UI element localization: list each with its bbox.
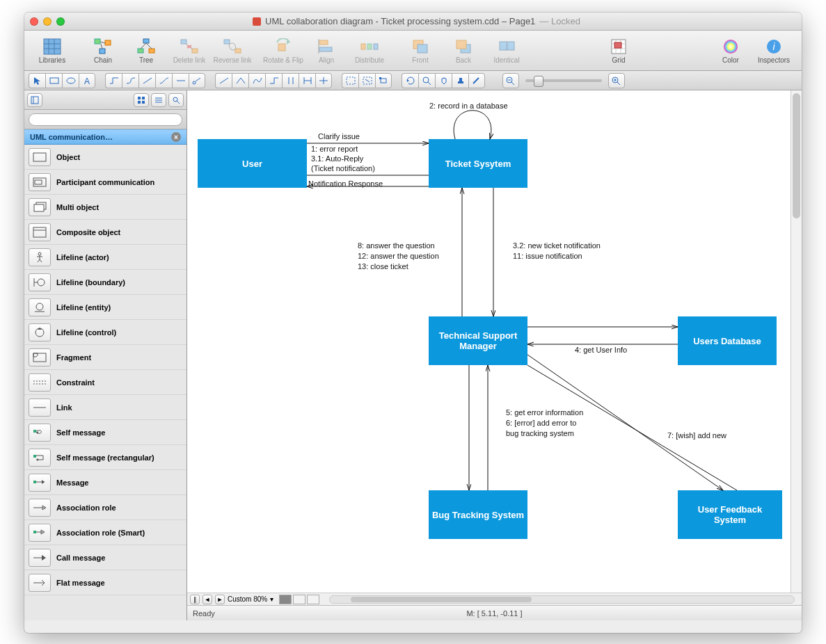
library-item[interactable]: Lifeline (actor) xyxy=(24,245,186,270)
svg-rect-15 xyxy=(181,40,186,44)
node-ticket[interactable]: Ticket Sysytem xyxy=(429,139,527,188)
page-next[interactable]: ► xyxy=(215,595,225,604)
library-item[interactable]: Lifeline (control) xyxy=(24,320,186,345)
close-icon[interactable] xyxy=(30,17,38,26)
conn-3[interactable] xyxy=(138,73,155,88)
conn-4[interactable] xyxy=(155,73,172,88)
node-usersdb[interactable]: Users Database xyxy=(678,316,777,365)
library-item[interactable]: Constraint xyxy=(24,370,186,395)
zoom-out-tool[interactable] xyxy=(502,73,519,88)
line-5[interactable] xyxy=(282,73,299,88)
library-item[interactable]: Message xyxy=(24,470,186,495)
tb-chain[interactable]: Chain xyxy=(82,37,124,64)
line-4[interactable] xyxy=(265,73,282,88)
edit-tool[interactable] xyxy=(468,73,485,88)
tb-libraries[interactable]: Libraries xyxy=(31,37,73,64)
library-item[interactable]: Flat message xyxy=(24,570,186,595)
line-1[interactable] xyxy=(215,73,232,88)
library-item[interactable]: Lifeline (entity) xyxy=(24,295,186,320)
library-item[interactable]: Call message xyxy=(24,545,186,570)
vertical-scrollbar[interactable] xyxy=(791,90,802,593)
node-bug[interactable]: Bug Tracking System xyxy=(429,490,527,539)
line-3[interactable] xyxy=(248,73,265,88)
library-item-label: Association role (Smart) xyxy=(56,529,145,537)
lbl-31: 3.1: Auto-Reply xyxy=(311,154,363,163)
node-ufs[interactable]: User Feedback System xyxy=(678,490,782,539)
library-title-row[interactable]: UML communication… × xyxy=(24,129,186,145)
sb-tab-search[interactable] xyxy=(168,93,184,107)
canvas[interactable]: User Ticket Sysytem Technical Support Ma… xyxy=(187,90,791,593)
ellipse-tool[interactable] xyxy=(62,73,79,88)
refresh-tool[interactable] xyxy=(402,73,418,88)
close-library-icon[interactable]: × xyxy=(171,132,181,142)
page-tab-2[interactable] xyxy=(293,595,305,604)
zoom-tool[interactable] xyxy=(418,73,435,88)
sb-tab-1[interactable] xyxy=(27,93,42,107)
library-item[interactable]: Participant communication xyxy=(24,170,186,195)
pan-tool[interactable] xyxy=(435,73,452,88)
sel-3[interactable] xyxy=(375,73,392,88)
library-item[interactable]: Link xyxy=(24,395,186,420)
library-item[interactable]: Self message (rectangular) xyxy=(24,445,186,470)
pointer-tool[interactable] xyxy=(29,73,45,88)
library-item[interactable]: Fragment xyxy=(24,345,186,370)
library-item[interactable]: Association role (Smart) xyxy=(24,520,186,545)
library-item[interactable]: Composite object xyxy=(24,220,186,245)
tb-back[interactable]: Back xyxy=(443,37,484,64)
conn-6[interactable] xyxy=(189,73,205,88)
svg-line-138 xyxy=(527,365,737,490)
tb-color[interactable]: Color xyxy=(710,37,752,64)
tb-front[interactable]: Front xyxy=(399,37,441,64)
sb-tab-grid[interactable] xyxy=(134,93,149,107)
svg-marker-117 xyxy=(42,480,45,484)
library-item[interactable]: Self message xyxy=(24,420,186,445)
zoom-in-tool[interactable] xyxy=(608,73,625,88)
line-7[interactable] xyxy=(315,73,332,88)
conn-5[interactable] xyxy=(172,73,189,88)
svg-rect-6 xyxy=(105,40,111,45)
search-input[interactable] xyxy=(29,113,182,126)
horizontal-scrollbar[interactable] xyxy=(329,595,795,604)
svg-rect-80 xyxy=(142,97,145,99)
line-2[interactable] xyxy=(232,73,248,88)
tb-distribute[interactable]: Distribute xyxy=(349,37,390,64)
tb-deletelink[interactable]: Delete link xyxy=(168,37,210,64)
tb-tree[interactable]: Tree xyxy=(125,37,167,64)
node-user[interactable]: User xyxy=(198,139,307,188)
library-item[interactable]: Association role xyxy=(24,495,186,520)
node-tsm[interactable]: Technical Support Manager xyxy=(429,316,527,365)
zoom-slider[interactable] xyxy=(525,79,602,82)
stamp-tool[interactable] xyxy=(452,73,468,88)
page-prev[interactable]: ◄ xyxy=(202,595,212,604)
text-tool[interactable]: A xyxy=(79,73,95,88)
minimize-icon[interactable] xyxy=(43,17,51,26)
svg-rect-88 xyxy=(33,153,46,161)
tb-identical[interactable]: Identical xyxy=(486,37,527,64)
sel-1[interactable] xyxy=(342,73,358,88)
zoom-icon[interactable] xyxy=(56,17,65,26)
tb-align[interactable]: Align xyxy=(305,37,347,64)
library-item[interactable]: Multi object xyxy=(24,195,186,220)
page-tab-3[interactable] xyxy=(307,595,319,604)
tb-reverselink[interactable]: Reverse link xyxy=(212,37,253,64)
zoom-dropdown-icon[interactable]: ▾ xyxy=(270,595,273,603)
line-6[interactable] xyxy=(299,73,315,88)
conn-2[interactable] xyxy=(122,73,138,88)
window-controls xyxy=(30,17,65,26)
page-pause[interactable]: ∥ xyxy=(190,595,200,604)
grid2-icon xyxy=(609,37,628,56)
tb-grid[interactable]: Grid xyxy=(598,37,640,64)
page-tab-1[interactable] xyxy=(279,595,292,604)
tb-inspectors[interactable]: iInspectors xyxy=(753,37,795,64)
library-item[interactable]: Lifeline (boundary) xyxy=(24,270,186,295)
tb-rotateflip[interactable]: Rotate & Flip xyxy=(262,37,304,64)
library-item[interactable]: Object xyxy=(24,145,186,170)
sb-tab-list[interactable] xyxy=(151,93,166,107)
svg-marker-124 xyxy=(42,555,46,561)
sel-2[interactable] xyxy=(358,73,375,88)
connector-tools xyxy=(105,73,205,88)
info-icon: i xyxy=(764,37,784,56)
rect-tool[interactable] xyxy=(45,73,62,88)
conn-1[interactable] xyxy=(105,73,122,88)
zoom-label[interactable]: Custom 80% xyxy=(228,595,267,603)
